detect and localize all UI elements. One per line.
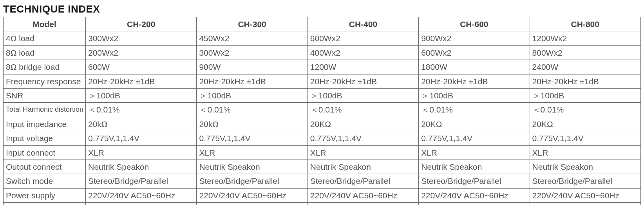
cell-value: 20Hz-20kHz ±1dB <box>419 74 530 88</box>
cell-value: ＜0.01% <box>419 103 530 117</box>
row-label: SNR <box>4 88 86 102</box>
cell-value: 20KΩ <box>419 117 530 131</box>
cell-value: 220V/240V AC50~60Hz <box>419 188 530 202</box>
cell-value: 400Wx2 <box>308 45 418 60</box>
cell-value: Neutrik Speakon <box>308 160 418 174</box>
cell-value: 220V/240V AC50~60Hz <box>86 188 197 202</box>
cell-value: 20kΩ <box>197 117 308 131</box>
cell-value: ＜0.01% <box>530 103 640 117</box>
cell-value: 0.775V,1,1.4V <box>530 131 640 145</box>
table-row: Size(L×D×W)mm380x420x88482x410x88.9482x4… <box>4 203 641 205</box>
cell-value: 1800W <box>419 60 530 74</box>
table-row: Output connectNeutrik SpeakonNeutrik Spe… <box>4 160 641 174</box>
cell-value: 20kΩ <box>86 117 197 131</box>
cell-value: 600Wx2 <box>419 45 530 60</box>
cell-value: 20Hz-20kHz ±1dB <box>86 74 197 88</box>
row-label: 8Ω bridge load <box>4 60 86 74</box>
cell-value: 482x410x88.9 <box>308 203 418 205</box>
col-header-ch600: CH-600 <box>419 17 530 31</box>
table-row: Power supply220V/240V AC50~60Hz220V/240V… <box>4 188 641 202</box>
cell-value: 20Hz-20kHz ±1dB <box>197 74 308 88</box>
cell-value: ＞100dB <box>308 88 418 102</box>
cell-value: 482x470x88.9 <box>530 203 640 205</box>
row-label: 8Ω load <box>4 45 86 60</box>
cell-value: ＜0.01% <box>197 103 308 117</box>
cell-value: Stereo/Bridge/Parallel <box>86 174 197 188</box>
table-row: SNR＞100dB＞100dB＞100dB＞100dB＞100dB <box>4 88 641 102</box>
page-title: TECHNIQUE INDEX <box>3 3 641 15</box>
cell-value: 0.775V,1,1.4V <box>308 131 418 145</box>
cell-value: 1200Wx2 <box>530 31 640 45</box>
cell-value: ＜0.01% <box>308 103 418 117</box>
row-label: Power supply <box>4 188 86 202</box>
cell-value: 380x420x88 <box>86 203 197 205</box>
cell-value: 20Hz-20kHz ±1dB <box>530 74 640 88</box>
table-row: 8Ω bridge load600W900W1200W1800W2400W <box>4 60 641 74</box>
spec-table: Model CH-200 CH-300 CH-400 CH-600 CH-800… <box>3 17 641 205</box>
cell-value: 450Wx2 <box>197 31 308 45</box>
cell-value: ＞100dB <box>86 88 197 102</box>
cell-value: 220V/240V AC50~60Hz <box>197 188 308 202</box>
table-row: Frequency response20Hz-20kHz ±1dB20Hz-20… <box>4 74 641 88</box>
cell-value: ＞100dB <box>419 88 530 102</box>
cell-value: 20KΩ <box>308 117 418 131</box>
cell-value: 2400W <box>530 60 640 74</box>
col-header-model: Model <box>4 17 86 31</box>
cell-value: 482x470x88.9 <box>419 203 530 205</box>
col-header-ch200: CH-200 <box>86 17 197 31</box>
row-label: Size(L×D×W)mm <box>4 203 86 205</box>
table-row: Input impedance20kΩ20kΩ20KΩ20KΩ20KΩ <box>4 117 641 131</box>
col-header-ch800: CH-800 <box>530 17 640 31</box>
cell-value: Neutrik Speakon <box>86 160 197 174</box>
cell-value: 0.775V,1,1.4V <box>197 131 308 145</box>
cell-value: XLR <box>308 145 418 160</box>
table-row: Total Harmonic distortion＜0.01%＜0.01%＜0.… <box>4 103 641 117</box>
cell-value: ＜0.01% <box>86 103 197 117</box>
row-label: Total Harmonic distortion <box>4 103 86 117</box>
row-label: Output connect <box>4 160 86 174</box>
col-header-ch400: CH-400 <box>308 17 418 31</box>
cell-value: 220V/240V AC50~60Hz <box>530 188 640 202</box>
table-row: 4Ω load300Wx2450Wx2600Wx2900Wx21200Wx2 <box>4 31 641 45</box>
cell-value: Stereo/Bridge/Parallel <box>419 174 530 188</box>
cell-value: XLR <box>419 145 530 160</box>
cell-value: XLR <box>197 145 308 160</box>
row-label: Frequency response <box>4 74 86 88</box>
cell-value: 300Wx2 <box>86 31 197 45</box>
cell-value: ＞100dB <box>197 88 308 102</box>
cell-value: 900W <box>197 60 308 74</box>
cell-value: 1200W <box>308 60 418 74</box>
table-row: Input voltage0.775V,1,1.4V0.775V,1,1.4V0… <box>4 131 641 145</box>
cell-value: 20Hz-20kHz ±1dB <box>308 74 418 88</box>
cell-value: Stereo/Bridge/Parallel <box>530 174 640 188</box>
row-label: Input impedance <box>4 117 86 131</box>
table-body: 4Ω load300Wx2450Wx2600Wx2900Wx21200Wx28Ω… <box>4 31 641 205</box>
col-header-ch300: CH-300 <box>197 17 308 31</box>
cell-value: 900Wx2 <box>419 31 530 45</box>
table-row: Input connectXLRXLRXLRXLRXLR <box>4 145 641 160</box>
table-header-row: Model CH-200 CH-300 CH-400 CH-600 CH-800 <box>4 17 641 31</box>
cell-value: 800Wx2 <box>530 45 640 60</box>
cell-value: XLR <box>86 145 197 160</box>
cell-value: 220V/240V AC50~60Hz <box>308 188 418 202</box>
cell-value: 0.775V,1,1.4V <box>419 131 530 145</box>
cell-value: 600Wx2 <box>308 31 418 45</box>
cell-value: 482x410x88.9 <box>197 203 308 205</box>
cell-value: 0.775V,1,1.4V <box>86 131 197 145</box>
cell-value: 600W <box>86 60 197 74</box>
cell-value: 200Wx2 <box>86 45 197 60</box>
table-row: Switch modeStereo/Bridge/ParallelStereo/… <box>4 174 641 188</box>
cell-value: XLR <box>530 145 640 160</box>
row-label: Switch mode <box>4 174 86 188</box>
cell-value: Neutrik Speakon <box>419 160 530 174</box>
table-row: 8Ω load200Wx2300Wx2400Wx2600Wx2800Wx2 <box>4 45 641 60</box>
row-label: Input connect <box>4 145 86 160</box>
row-label: Input voltage <box>4 131 86 145</box>
cell-value: 300Wx2 <box>197 45 308 60</box>
row-label: 4Ω load <box>4 31 86 45</box>
cell-value: ＞100dB <box>530 88 640 102</box>
cell-value: Stereo/Bridge/Parallel <box>197 174 308 188</box>
cell-value: Neutrik Speakon <box>197 160 308 174</box>
cell-value: Stereo/Bridge/Parallel <box>308 174 418 188</box>
cell-value: Neutrik Speakon <box>530 160 640 174</box>
